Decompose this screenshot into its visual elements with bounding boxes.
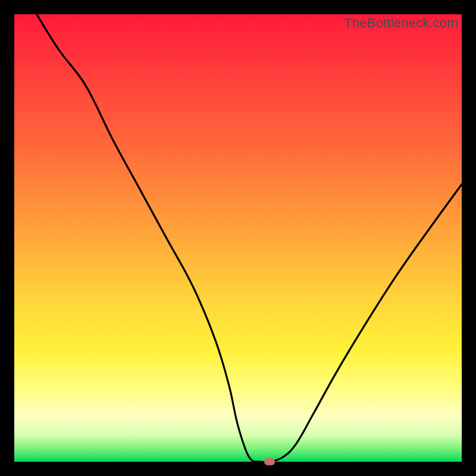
watermark-text: TheBottleneck.com <box>344 15 458 31</box>
plot-area: TheBottleneck.com <box>14 14 462 462</box>
optimum-marker <box>264 458 275 465</box>
curve-path <box>37 14 462 462</box>
bottleneck-curve <box>14 14 462 462</box>
chart-frame: TheBottleneck.com <box>0 0 476 476</box>
